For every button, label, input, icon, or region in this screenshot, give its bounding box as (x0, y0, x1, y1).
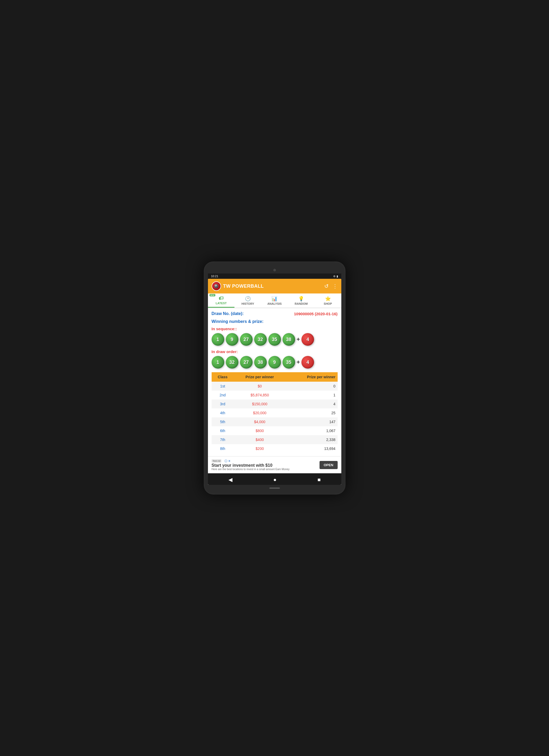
home-indicator (269, 487, 280, 489)
winners-6th: 1,067 (286, 426, 338, 435)
winners-4th: 25 (286, 408, 338, 417)
device-bottom (208, 487, 341, 489)
ad-open-button[interactable]: OPEN (320, 461, 338, 469)
winners-3rd: 4 (286, 400, 338, 408)
ad-banner: Test Ad ⓘ ✕ Start your investment with $… (208, 456, 341, 473)
status-bar: 10:21 ⚙ ▮ (208, 274, 341, 279)
app-title: TW POWERBALL (223, 283, 264, 289)
prize-2nd: $5,874,850 (234, 391, 286, 400)
draw-ball-35: 35 (283, 356, 295, 369)
prize-table-head: Class Prize per winner Prize per winner (212, 372, 338, 382)
prize-5th: $4,000 (234, 417, 286, 426)
nav-tabs: NEW 🏷 LATEST 🕐 HISTORY 📊 ANALYSIS 💡 RAND… (208, 293, 341, 308)
battery-icon: ▮ (337, 275, 338, 278)
wifi-icon: ⚙ (333, 275, 336, 278)
tab-history[interactable]: 🕐 HISTORY (234, 293, 261, 308)
seq-ball-1: 1 (212, 333, 224, 346)
table-row: 7th $400 2,338 (212, 435, 338, 444)
class-6th: 6th (212, 426, 234, 435)
winners-2nd: 1 (286, 391, 338, 400)
class-1st: 1st (212, 382, 234, 391)
draw-ball-9: 9 (268, 356, 281, 369)
shop-icon: ⭐ (325, 296, 331, 302)
draw-powerball: 4 (301, 356, 314, 369)
tab-analysis-label: ANALYSIS (267, 302, 282, 305)
home-button[interactable]: ● (273, 477, 276, 483)
prize-4th: $20,000 (234, 408, 286, 417)
draw-ball-38: 38 (254, 356, 267, 369)
tab-shop[interactable]: ⭐ SHOP (315, 293, 341, 308)
class-8th: 8th (212, 444, 234, 453)
table-row: 4th $20,000 25 (212, 408, 338, 417)
refresh-icon[interactable]: ↺ (324, 283, 329, 289)
prize-3rd: $150,000 (234, 400, 286, 408)
prize-6th: $800 (234, 426, 286, 435)
winners-8th: 13,694 (286, 444, 338, 453)
draw-ball-27: 27 (240, 356, 253, 369)
prize-8th: $200 (234, 444, 286, 453)
main-content: Draw No. (date): 109000005 (2020-01-16) … (208, 308, 341, 456)
prize-table-header-row: Class Prize per winner Prize per winner (212, 372, 338, 382)
table-row: 8th $200 13,694 (212, 444, 338, 453)
prize-1st: $0 (234, 382, 286, 391)
col-prize: Prize per winner (234, 372, 286, 382)
menu-icon[interactable]: ⋮ (332, 283, 338, 289)
draw-ball-32: 32 (226, 356, 238, 369)
seq-ball-38: 38 (283, 333, 295, 346)
seq-ball-27: 27 (240, 333, 253, 346)
new-badge: NEW (210, 294, 215, 296)
app-header-left: 🎱 TW POWERBALL (212, 281, 264, 291)
latest-icon: 🏷 (219, 296, 223, 301)
draw-plus: + (297, 359, 300, 366)
winners-7th: 2,338 (286, 435, 338, 444)
ad-title: Start your investment with $10 (212, 463, 290, 468)
draw-header: Draw No. (date): 109000005 (2020-01-16) (212, 311, 338, 316)
device-frame: 10:21 ⚙ ▮ 🎱 TW POWERBALL ↺ ⋮ NEW 🏷 LATES… (204, 261, 346, 495)
prize-table-body: 1st $0 0 2nd $5,874,850 1 3rd $150,000 4 (212, 382, 338, 453)
app-header: 🎱 TW POWERBALL ↺ ⋮ (208, 279, 341, 293)
ad-content: Test Ad ⓘ ✕ Start your investment with $… (212, 459, 290, 471)
tab-analysis[interactable]: 📊 ANALYSIS (261, 293, 288, 308)
ad-close-icon[interactable]: ⓘ ✕ (224, 459, 231, 463)
winners-5th: 147 (286, 417, 338, 426)
tab-history-label: HISTORY (242, 302, 254, 305)
draw-value: 109000005 (2020-01-16) (294, 312, 338, 316)
time-display: 10:21 (211, 275, 218, 278)
recents-button[interactable]: ■ (317, 477, 321, 483)
prize-table: Class Prize per winner Prize per winner … (212, 372, 338, 453)
analysis-icon: 📊 (271, 296, 277, 302)
col-winners: Prize per winner (286, 372, 338, 382)
device-camera (273, 269, 276, 271)
class-5th: 5th (212, 417, 234, 426)
ad-label: Test Ad (212, 459, 222, 463)
tab-random-label: RANDOM (295, 302, 308, 305)
table-row: 6th $800 1,067 (212, 426, 338, 435)
seq-ball-35: 35 (268, 333, 281, 346)
winning-title: Winning numbers & prize: (212, 319, 338, 324)
seq-powerball: 4 (301, 333, 314, 346)
class-4th: 4th (212, 408, 234, 417)
class-2nd: 2nd (212, 391, 234, 400)
back-button[interactable]: ◀ (228, 476, 232, 483)
class-3rd: 3rd (212, 400, 234, 408)
seq-plus: + (297, 336, 300, 343)
col-class: Class (212, 372, 234, 382)
class-7th: 7th (212, 435, 234, 444)
system-nav-bar: ◀ ● ■ (208, 473, 341, 485)
sequence-label: In sequence:: (212, 327, 338, 331)
app-screen: 🎱 TW POWERBALL ↺ ⋮ NEW 🏷 LATEST 🕐 HISTOR… (208, 279, 341, 485)
winners-1st: 0 (286, 382, 338, 391)
table-row: 2nd $5,874,850 1 (212, 391, 338, 400)
random-icon: 💡 (298, 296, 304, 302)
ad-subtitle: Here are the best locations to invest in… (212, 468, 290, 471)
status-icons: ⚙ ▮ (333, 275, 338, 278)
app-header-right: ↺ ⋮ (324, 283, 338, 289)
table-row: 3rd $150,000 4 (212, 400, 338, 408)
sequence-balls-row: 1 9 27 32 35 38 + 4 (212, 333, 338, 346)
tab-random[interactable]: 💡 RANDOM (288, 293, 315, 308)
table-row: 1st $0 0 (212, 382, 338, 391)
app-logo: 🎱 (212, 281, 221, 291)
tab-latest[interactable]: NEW 🏷 LATEST (208, 293, 235, 308)
prize-7th: $400 (234, 435, 286, 444)
tab-latest-label: LATEST (216, 302, 227, 305)
